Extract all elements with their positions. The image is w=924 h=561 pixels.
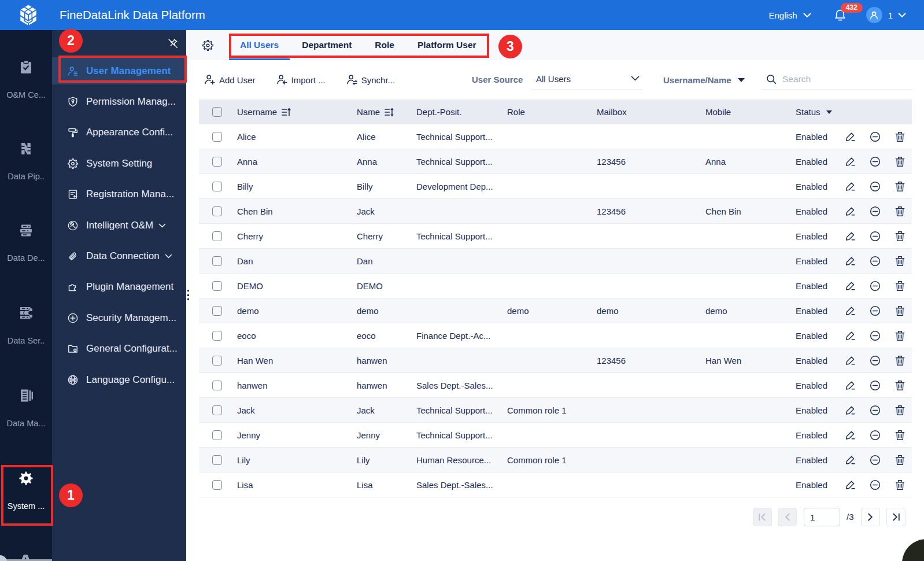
row-checkbox[interactable]: [212, 381, 222, 390]
delete-icon[interactable]: [895, 256, 905, 267]
delete-icon[interactable]: [895, 455, 905, 466]
sidebar-item-intelligent-om[interactable]: Intelligent O&M: [52, 210, 186, 241]
disable-icon[interactable]: [870, 181, 881, 192]
row-checkbox[interactable]: [212, 455, 222, 465]
edit-icon[interactable]: [845, 256, 856, 267]
row-checkbox[interactable]: [212, 157, 222, 167]
sidebar-item-system-setting[interactable]: System Setting: [52, 148, 186, 179]
sort-both-icon[interactable]: [385, 108, 394, 117]
sidebar-item-general-configuration[interactable]: General Configurat...: [52, 334, 186, 364]
next-page-button[interactable]: [861, 508, 880, 526]
edit-icon[interactable]: [845, 355, 856, 366]
disable-icon[interactable]: [870, 355, 881, 366]
row-checkbox[interactable]: [212, 405, 222, 415]
delete-icon[interactable]: [895, 156, 905, 167]
sidebar-resize-handle[interactable]: [183, 290, 192, 302]
delete-icon[interactable]: [895, 405, 905, 416]
tab-platform-user[interactable]: Platform User: [406, 30, 487, 60]
row-checkbox[interactable]: [212, 356, 222, 366]
disable-icon[interactable]: [870, 330, 881, 341]
edit-icon[interactable]: [845, 479, 856, 490]
disable-icon[interactable]: [870, 280, 881, 291]
row-checkbox[interactable]: [212, 430, 222, 440]
row-checkbox[interactable]: [212, 182, 222, 191]
previous-page-button[interactable]: [778, 508, 797, 526]
rail-item-data-development[interactable]: Data De...: [0, 223, 52, 263]
row-checkbox[interactable]: [212, 480, 222, 490]
synchronize-users-button[interactable]: Synchr...: [346, 74, 395, 86]
sidebar-item-plugin-management[interactable]: Plugin Management: [52, 272, 186, 302]
sidebar-item-appearance-configuration[interactable]: Appearance Confi...: [52, 117, 186, 148]
delete-icon[interactable]: [895, 280, 905, 291]
chevron-down-icon[interactable]: [898, 13, 906, 18]
row-checkbox[interactable]: [212, 306, 222, 316]
edit-icon[interactable]: [845, 156, 856, 167]
delete-icon[interactable]: [895, 131, 905, 142]
tab-department[interactable]: Department: [291, 30, 363, 60]
tab-settings-gear-icon[interactable]: [202, 40, 213, 51]
first-page-button[interactable]: [753, 508, 772, 526]
status-filter-icon[interactable]: [826, 110, 832, 114]
delete-icon[interactable]: [895, 355, 905, 366]
edit-icon[interactable]: [845, 455, 856, 466]
disable-icon[interactable]: [870, 430, 881, 441]
sort-ascending-icon[interactable]: [282, 108, 291, 117]
row-checkbox[interactable]: [212, 206, 222, 216]
last-page-button[interactable]: [886, 508, 905, 526]
sidebar-item-data-connection[interactable]: Data Connection: [52, 241, 186, 271]
col-header-username[interactable]: Username: [237, 107, 277, 117]
notification-bell-button[interactable]: 432: [834, 9, 846, 21]
unpin-icon[interactable]: [167, 38, 179, 49]
disable-icon[interactable]: [870, 231, 881, 242]
delete-icon[interactable]: [895, 330, 905, 341]
edit-icon[interactable]: [845, 131, 856, 142]
rail-item-data-pipeline[interactable]: Data Pip..: [0, 141, 52, 182]
delete-icon[interactable]: [895, 380, 905, 391]
rail-item-data-service[interactable]: Data Ser..: [0, 305, 52, 346]
select-all-checkbox[interactable]: [212, 107, 222, 117]
delete-icon[interactable]: [895, 479, 905, 490]
disable-icon[interactable]: [870, 405, 881, 416]
row-checkbox[interactable]: [212, 256, 222, 266]
rail-item-om-center[interactable]: O&M Ce...: [0, 60, 52, 100]
delete-icon[interactable]: [895, 231, 905, 242]
row-checkbox[interactable]: [212, 231, 222, 241]
sidebar-item-security-management[interactable]: Security Managem...: [52, 302, 186, 333]
sidebar-item-permission-management[interactable]: Permission Manag...: [52, 86, 186, 117]
tab-all-users[interactable]: All Users: [229, 30, 290, 60]
sidebar-item-user-management[interactable]: User Management: [52, 56, 186, 86]
rail-item-data-management[interactable]: Data Ma...: [0, 388, 52, 429]
row-checkbox[interactable]: [212, 281, 222, 291]
edit-icon[interactable]: [845, 380, 856, 391]
delete-icon[interactable]: [895, 181, 905, 192]
delete-icon[interactable]: [895, 206, 905, 217]
sidebar-item-registration-management[interactable]: Registration Mana...: [52, 179, 186, 210]
search-field-selector[interactable]: Username/Name: [663, 60, 745, 99]
edit-icon[interactable]: [845, 430, 856, 441]
import-users-button[interactable]: Import ...: [276, 74, 326, 86]
col-header-name[interactable]: Name: [357, 107, 380, 117]
edit-icon[interactable]: [845, 231, 856, 242]
disable-icon[interactable]: [870, 305, 881, 316]
disable-icon[interactable]: [870, 380, 881, 391]
edit-icon[interactable]: [845, 206, 856, 217]
search-input[interactable]: [782, 71, 908, 88]
sidebar-item-language-configuration[interactable]: Language Configu...: [52, 364, 186, 395]
row-checkbox[interactable]: [212, 331, 222, 341]
edit-icon[interactable]: [845, 330, 856, 341]
disable-icon[interactable]: [870, 206, 881, 217]
disable-icon[interactable]: [870, 131, 881, 142]
edit-icon[interactable]: [845, 305, 856, 316]
page-number-input[interactable]: [804, 508, 840, 526]
disable-icon[interactable]: [870, 455, 881, 466]
user-source-select[interactable]: All Users: [531, 69, 643, 90]
edit-icon[interactable]: [845, 405, 856, 416]
tab-role[interactable]: Role: [364, 30, 405, 60]
disable-icon[interactable]: [870, 256, 881, 267]
avatar[interactable]: [866, 7, 882, 23]
add-user-button[interactable]: Add User: [204, 74, 256, 86]
disable-icon[interactable]: [870, 156, 881, 167]
language-selector[interactable]: English: [768, 10, 811, 20]
rail-item-system-management[interactable]: System ...: [0, 471, 52, 511]
disable-icon[interactable]: [870, 479, 881, 490]
